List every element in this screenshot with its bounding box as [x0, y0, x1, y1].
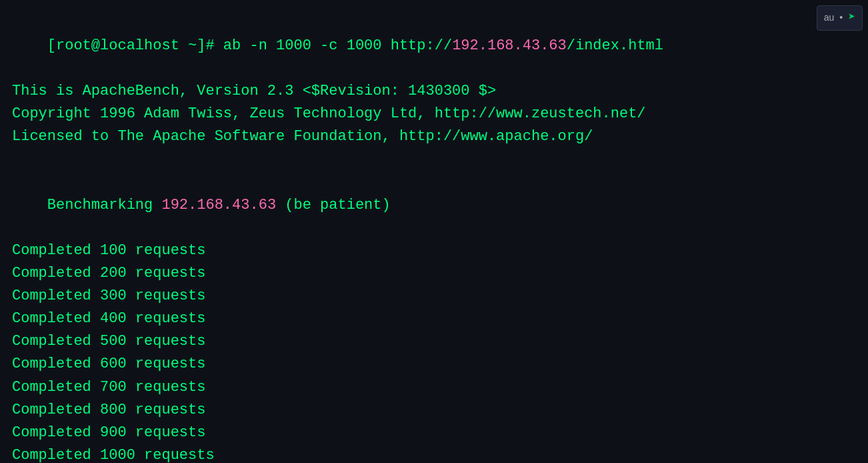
command-ip: 192.168.43.63: [452, 37, 567, 54]
completed-1000: Completed 1000 requests: [12, 444, 856, 463]
command-path: /index.html: [567, 37, 663, 54]
completed-500: Completed 500 requests: [12, 330, 856, 353]
share-icon[interactable]: ➤: [848, 9, 855, 27]
completed-400: Completed 400 requests: [12, 308, 856, 330]
completed-900: Completed 900 requests: [12, 422, 856, 444]
command-line: [root@localhost ~]# ab -n 1000 -c 1000 h…: [12, 12, 856, 80]
completed-300: Completed 300 requests: [12, 285, 856, 308]
toolbar[interactable]: au • ➤: [817, 5, 863, 31]
completed-700: Completed 700 requests: [12, 376, 856, 399]
benchmarking-prefix: Benchmarking: [47, 197, 162, 213]
benchmarking-line: Benchmarking 192.168.43.63 (be patient): [12, 171, 856, 240]
prompt-text: [root@localhost ~]# ab -n 1000 -c 1000 h…: [47, 37, 452, 54]
benchmarking-ip: 192.168.43.63: [161, 197, 276, 213]
toolbar-dot: •: [839, 11, 843, 25]
completed-100: Completed 100 requests: [12, 240, 856, 262]
info-line-1: This is ApacheBench, Version 2.3 <$Revis…: [12, 80, 856, 103]
terminal: au • ➤ [root@localhost ~]# ab -n 1000 -c…: [0, 0, 868, 463]
info-line-3: Licensed to The Apache Software Foundati…: [12, 125, 856, 148]
completed-200: Completed 200 requests: [12, 262, 856, 285]
info-line-2: Copyright 1996 Adam Twiss, Zeus Technolo…: [12, 103, 856, 125]
toolbar-text: au: [824, 11, 835, 25]
completed-800: Completed 800 requests: [12, 399, 856, 422]
benchmarking-suffix: (be patient): [276, 197, 391, 213]
empty-line-1: [12, 149, 856, 171]
completed-600: Completed 600 requests: [12, 353, 856, 376]
